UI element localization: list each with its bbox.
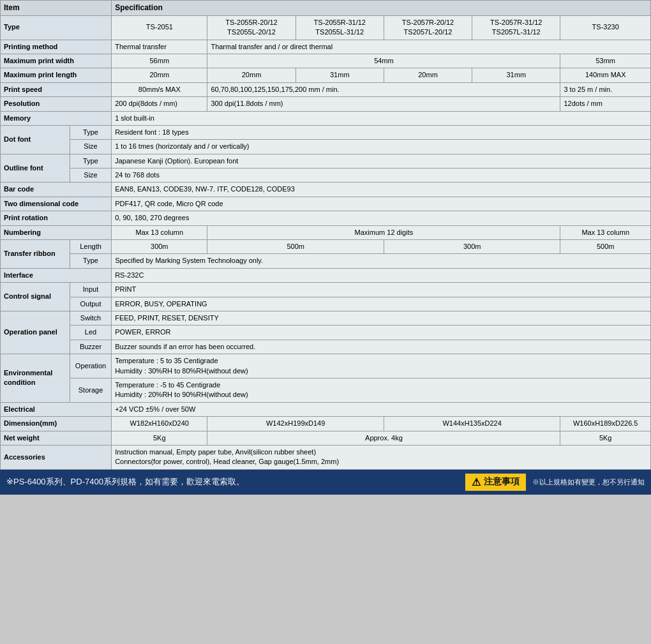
dot-font-label: Dot font xyxy=(1,125,70,154)
ribbon-length-ts2055x: 500m xyxy=(207,240,384,254)
control-input-value: PRINT xyxy=(112,283,651,297)
interface-row: Interface RS-232C xyxy=(1,268,651,282)
ribbon-length-ts2051: 300m xyxy=(112,240,207,254)
max-print-length-row: Maximum print length 20mm 20mm 31mm 20mm… xyxy=(1,68,651,82)
electrical-value: +24 VCD ±5% / over 50W xyxy=(112,402,651,416)
resolution-ts3230: 12dots / mm xyxy=(560,97,651,111)
max-print-width-label: Maximum print width xyxy=(1,54,112,68)
net-weight-ts3230: 5Kg xyxy=(560,431,651,445)
outline-font-type-sub: Type xyxy=(70,154,111,168)
printing-method-row: Printing method Thermal transfer Tharmal… xyxy=(1,40,651,54)
net-weight-ts2055-2057: Approx. 4kg xyxy=(207,431,560,445)
printing-method-ts2051: Thermal transfer xyxy=(112,40,207,54)
op-led-row: Led POWER, ERROR xyxy=(1,326,651,340)
ribbon-length-row: Transfer ribbon Length 300m 500m 300m 50… xyxy=(1,240,651,254)
caution-box: ⚠ 注意事項 xyxy=(465,474,526,491)
control-output-row: Output ERROR, BUSY, OPERATING xyxy=(1,297,651,311)
max-print-width-ts2051: 56mm xyxy=(112,54,207,68)
env-operation-row: Environmental condition Operation Temper… xyxy=(1,354,651,378)
memory-value: 1 slot built-in xyxy=(112,111,651,125)
type-ts3230: TS-3230 xyxy=(560,15,651,40)
print-speed-row: Print speed 80mm/s MAX 60,70,80,100,125,… xyxy=(1,82,651,96)
max-print-length-ts3230: 140mm MAX xyxy=(560,68,651,82)
dimension-ts2051: W182xH160xD240 xyxy=(112,417,207,431)
bar-code-row: Bar code EAN8, EAN13, CODE39, NW-7. ITF,… xyxy=(1,183,651,197)
accessories-label: Accessories xyxy=(1,445,112,469)
interface-value: RS-232C xyxy=(112,268,651,282)
type-ts2055r31: TS-2055R-31/12 TS2055L-31/12 xyxy=(296,15,384,40)
two-dim-value: PDF417, QR code, Micro QR code xyxy=(112,197,651,211)
max-print-width-row: Maximum print width 56mm 54mm 53mm xyxy=(1,54,651,68)
printing-method-rest: Tharmal transfer and / or direct thermal xyxy=(207,40,651,54)
env-storage-sub: Storage xyxy=(70,378,111,402)
dimension-row: Dimension(mm) W182xH160xD240 W142xH199xD… xyxy=(1,417,651,431)
header-row: Item Specification xyxy=(1,1,651,16)
resolution-label: Pesolution xyxy=(1,97,112,111)
interface-label: Interface xyxy=(1,268,112,282)
ribbon-length-ts3230: 500m xyxy=(560,240,651,254)
dot-font-size-value: 1 to 16 tmes (horizontaly and / or verti… xyxy=(112,140,651,154)
ribbon-type-value: Specified by Marking System Technoloagy … xyxy=(112,254,651,268)
ribbon-length-ts2057x: 300m xyxy=(384,240,560,254)
env-storage-value: Temperature : -5 to 45 Centigrade Humidi… xyxy=(112,378,651,402)
ribbon-length-sub: Length xyxy=(70,240,111,254)
max-print-width-ts205x: 54mm xyxy=(207,54,560,68)
dimension-ts2057x: W144xH135xD224 xyxy=(384,417,560,431)
electrical-row: Electrical +24 VCD ±5% / over 50W xyxy=(1,402,651,416)
main-wrapper: Item Specification Type TS-2051 TS-2055R… xyxy=(0,0,651,495)
max-print-length-ts2055-31: 31mm xyxy=(296,68,384,82)
env-operation-sub: Operation xyxy=(70,354,111,378)
print-speed-ts205x: 60,70,80,100,125,150,175,200 mm / min. xyxy=(207,82,560,96)
max-print-length-ts2057-31: 31mm xyxy=(472,68,560,82)
op-panel-label: Operation panel xyxy=(1,311,70,354)
numbering-row: Numbering Max 13 column Maximum 12 digit… xyxy=(1,225,651,239)
printing-method-label: Printing method xyxy=(1,40,112,54)
max-print-length-ts2057-20: 20mm xyxy=(384,68,472,82)
caution-icon: ⚠ xyxy=(472,476,481,488)
print-rotation-value: 0, 90, 180, 270 degrees xyxy=(112,211,651,225)
type-ts2051: TS-2051 xyxy=(112,15,207,40)
dimension-ts3230: W160xH189xD226.5 xyxy=(560,417,651,431)
numbering-ts2051: Max 13 column xyxy=(112,225,207,239)
op-switch-sub: Switch xyxy=(70,311,111,326)
footer-bar: ※PS-6400系列、PD-7400系列規格，如有需要，歡迎來電索取。 ⚠ 注意… xyxy=(0,470,651,495)
outline-font-size-sub: Size xyxy=(70,168,111,183)
op-buzzer-value: Buzzer sounds if an error has been occur… xyxy=(112,340,651,354)
print-rotation-row: Print rotation 0, 90, 180, 270 degrees xyxy=(1,211,651,225)
outline-font-label: Outline font xyxy=(1,154,70,183)
max-print-width-ts3230: 53mm xyxy=(560,54,651,68)
numbering-ts3230: Max 13 column xyxy=(560,225,651,239)
ribbon-type-row: Type Specified by Marking System Technol… xyxy=(1,254,651,268)
print-speed-ts3230: 3 to 25 m / min. xyxy=(560,82,651,96)
two-dim-label: Two dimensional code xyxy=(1,197,112,211)
max-print-length-ts2051: 20mm xyxy=(112,68,207,82)
caution-label: 注意事項 xyxy=(484,476,520,488)
print-speed-label: Print speed xyxy=(1,82,112,96)
bar-code-value: EAN8, EAN13, CODE39, NW-7. ITF, CODE128,… xyxy=(112,183,651,197)
print-rotation-label: Print rotation xyxy=(1,211,112,225)
outline-font-size-value: 24 to 768 dots xyxy=(112,168,651,183)
spec-table: Item Specification Type TS-2051 TS-2055R… xyxy=(0,0,651,470)
dot-font-type-sub: Type xyxy=(70,125,111,139)
env-condition-label: Environmental condition xyxy=(1,354,70,403)
op-switch-value: FEED, PRINT, RESET, DENSITY xyxy=(112,311,651,326)
ribbon-type-sub: Type xyxy=(70,254,111,268)
max-print-length-ts2055-20: 20mm xyxy=(207,68,296,82)
two-dim-row: Two dimensional code PDF417, QR code, Mi… xyxy=(1,197,651,211)
electrical-label: Electrical xyxy=(1,402,112,416)
control-input-row: Control signal Input PRINT xyxy=(1,283,651,297)
op-switch-row: Operation panel Switch FEED, PRINT, RESE… xyxy=(1,311,651,326)
control-input-sub: Input xyxy=(70,283,111,297)
control-output-sub: Output xyxy=(70,297,111,311)
env-operation-value: Temperature : 5 to 35 Centigrade Humidit… xyxy=(112,354,651,378)
type-ts2057r31: TS-2057R-31/12 TS2057L-31/12 xyxy=(472,15,560,40)
memory-label: Memory xyxy=(1,111,112,125)
outline-font-type-row: Outline font Type Japanese Kanji (Option… xyxy=(1,154,651,168)
resolution-ts205x: 300 dpi(11.8dots / mm) xyxy=(207,97,560,111)
max-print-length-label: Maximum print length xyxy=(1,68,112,82)
header-item: Item xyxy=(1,1,112,16)
control-output-value: ERROR, BUSY, OPERATING xyxy=(112,297,651,311)
resolution-row: Pesolution 200 dpi(8dots / mm) 300 dpi(1… xyxy=(1,97,651,111)
op-led-value: POWER, ERROR xyxy=(112,326,651,340)
net-weight-ts2051: 5Kg xyxy=(112,431,207,445)
